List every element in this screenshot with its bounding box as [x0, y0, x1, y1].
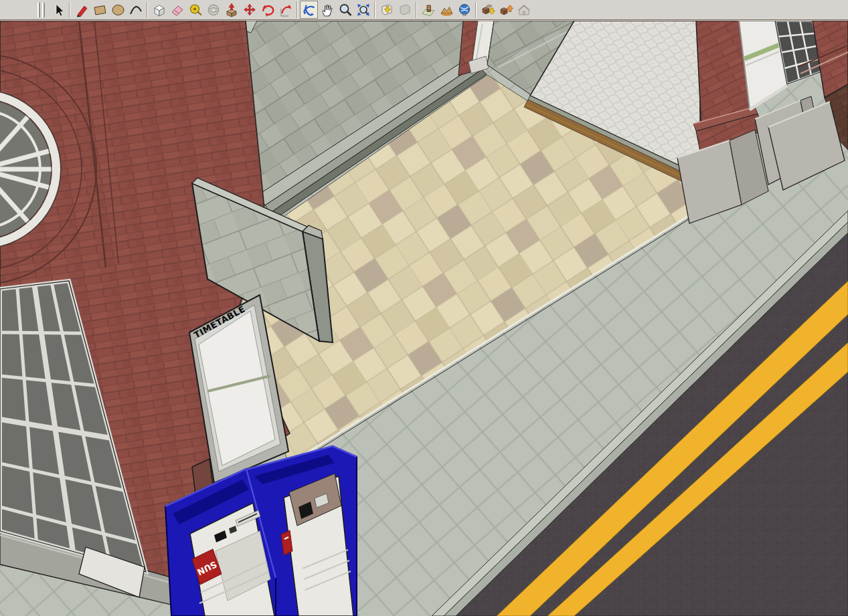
rotate-icon — [260, 3, 275, 17]
tool-pan-button[interactable] — [318, 1, 336, 19]
orbit-icon — [302, 3, 317, 17]
tool-move-button[interactable] — [240, 1, 258, 19]
next-view-icon — [398, 3, 412, 17]
zoom-extents-icon — [356, 3, 371, 17]
previous-view-icon — [379, 3, 394, 17]
tool-share-model-button[interactable] — [497, 1, 515, 19]
component-box-icon — [152, 3, 167, 17]
rectangle-icon — [92, 3, 107, 17]
tool-zoom-extents-button[interactable] — [354, 1, 372, 19]
eraser-icon — [170, 3, 185, 17]
tool-next-button[interactable] — [396, 1, 414, 19]
pencil-icon — [74, 3, 89, 17]
tool-zoom-button[interactable] — [336, 1, 354, 19]
zoom-icon — [338, 3, 353, 17]
get-models-icon — [481, 3, 495, 17]
toolbar-separator — [147, 2, 148, 18]
paint-bucket-icon — [206, 3, 221, 17]
tool-tape-measure-button[interactable] — [186, 1, 204, 19]
model-viewport[interactable]: TIMETABLE SUN — [0, 21, 848, 616]
move-icon — [242, 3, 257, 17]
tool-arc-button[interactable] — [126, 1, 145, 19]
tool-rectangle-button[interactable] — [90, 1, 108, 19]
arc-icon — [129, 3, 143, 17]
entry-post — [458, 21, 494, 76]
add-location-icon — [421, 3, 436, 17]
circle-icon — [110, 3, 125, 17]
toolbar-separator — [475, 2, 477, 18]
tool-line-button[interactable] — [72, 1, 90, 19]
photo-textures-house-icon — [517, 3, 531, 17]
sketchup-window: TIMETABLE SUN — [0, 0, 848, 616]
tool-photo-textures-button[interactable] — [515, 1, 533, 19]
toolbar — [0, 0, 848, 20]
google-earth-globe-icon — [457, 3, 472, 17]
tool-make-component-button[interactable] — [150, 1, 168, 19]
toolbar-separator — [69, 2, 70, 18]
toolbar-spacer — [0, 0, 37, 19]
tool-toggle-terrain-button[interactable] — [437, 1, 455, 19]
share-model-icon — [499, 3, 513, 17]
toolbar-separator — [416, 2, 417, 18]
tool-eraser-button[interactable] — [168, 1, 186, 19]
tool-orbit-button[interactable] — [300, 1, 318, 19]
pan-hand-icon — [320, 3, 335, 17]
push-pull-icon — [224, 3, 239, 17]
tool-rotate-button[interactable] — [258, 1, 276, 19]
tool-add-location-button[interactable] — [419, 1, 437, 19]
tool-select-button[interactable] — [49, 1, 67, 19]
tool-offset-button[interactable] — [276, 1, 294, 19]
toggle-terrain-icon — [439, 3, 454, 17]
tool-push-pull-button[interactable] — [222, 1, 240, 19]
tape-measure-icon — [188, 3, 203, 17]
select-icon — [51, 3, 66, 17]
toolbar-grip[interactable] — [37, 3, 45, 17]
tool-previous-button[interactable] — [377, 1, 396, 19]
tool-circle-button[interactable] — [108, 1, 126, 19]
toolbar-separator — [296, 2, 298, 18]
tool-paint-bucket-button[interactable] — [204, 1, 222, 19]
offset-icon — [278, 3, 293, 17]
toolbar-separator — [374, 2, 375, 18]
tool-get-models-button[interactable] — [479, 1, 497, 19]
tool-google-earth-button[interactable] — [455, 1, 473, 19]
